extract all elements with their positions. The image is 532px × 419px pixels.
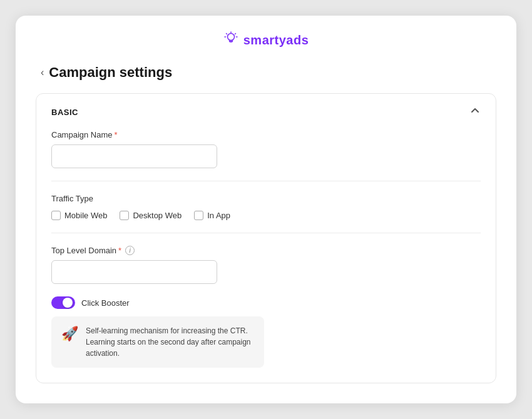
basic-section-body: Campaign Name * Traffic Type Mobile Web (36, 130, 496, 383)
traffic-type-group: Traffic Type Mobile Web Desktop Web (51, 194, 481, 220)
checkbox-in-app-label: In App (207, 211, 230, 220)
campaign-name-input[interactable] (51, 144, 217, 168)
checkbox-in-app[interactable]: In App (194, 211, 230, 220)
checkbox-in-app-input[interactable] (194, 211, 203, 220)
checkbox-desktop-web[interactable]: Desktop Web (120, 211, 182, 220)
top-level-domain-label: Top Level Domain * i (51, 246, 481, 255)
svg-line-2 (226, 34, 227, 34)
basic-section-title: BASIC (51, 108, 78, 117)
top-level-domain-input[interactable] (51, 260, 217, 284)
campaign-name-group: Campaign Name * (51, 130, 481, 168)
content-area: BASIC Campaign Name * (16, 93, 516, 403)
svg-point-0 (227, 34, 234, 41)
checkbox-mobile-web[interactable]: Mobile Web (51, 211, 107, 220)
info-icon-domain[interactable]: i (125, 246, 135, 255)
click-booster-toggle[interactable] (51, 296, 75, 309)
page-title: Campaign settings (49, 64, 172, 81)
info-box-text: Self-learning mechanism for increasing t… (86, 325, 254, 359)
checkbox-desktop-web-label: Desktop Web (133, 211, 182, 220)
logo: smartyads (223, 31, 309, 49)
header: smartyads (16, 16, 516, 59)
svg-line-3 (235, 34, 235, 34)
click-booster-info-box: 🚀 Self-learning mechanism for increasing… (51, 316, 264, 368)
divider-1 (51, 181, 481, 181)
click-booster-label: Click Booster (81, 298, 130, 308)
required-star-domain: * (118, 246, 121, 255)
campaign-name-label: Campaign Name * (51, 130, 481, 139)
info-box-icon: 🚀 (61, 326, 78, 342)
traffic-type-label: Traffic Type (51, 194, 481, 203)
page-header: ‹ Campaign settings (16, 59, 516, 93)
basic-section-header: BASIC (36, 94, 496, 130)
logo-text: smartyads (243, 33, 309, 48)
collapse-button[interactable] (469, 105, 481, 119)
checkbox-mobile-web-label: Mobile Web (64, 211, 107, 220)
basic-section-card: BASIC Campaign Name * (36, 93, 496, 383)
click-booster-toggle-row: Click Booster (51, 296, 481, 309)
top-level-domain-group: Top Level Domain * i (51, 246, 481, 284)
divider-2 (51, 233, 481, 233)
checkbox-desktop-web-input[interactable] (120, 211, 129, 220)
logo-icon (223, 31, 238, 49)
back-button[interactable]: ‹ (41, 67, 44, 78)
traffic-type-checkboxes: Mobile Web Desktop Web In App (51, 211, 481, 220)
checkbox-mobile-web-input[interactable] (51, 211, 61, 220)
app-container: smartyads ‹ Campaign settings BASIC (16, 16, 516, 403)
required-star-name: * (115, 130, 118, 139)
